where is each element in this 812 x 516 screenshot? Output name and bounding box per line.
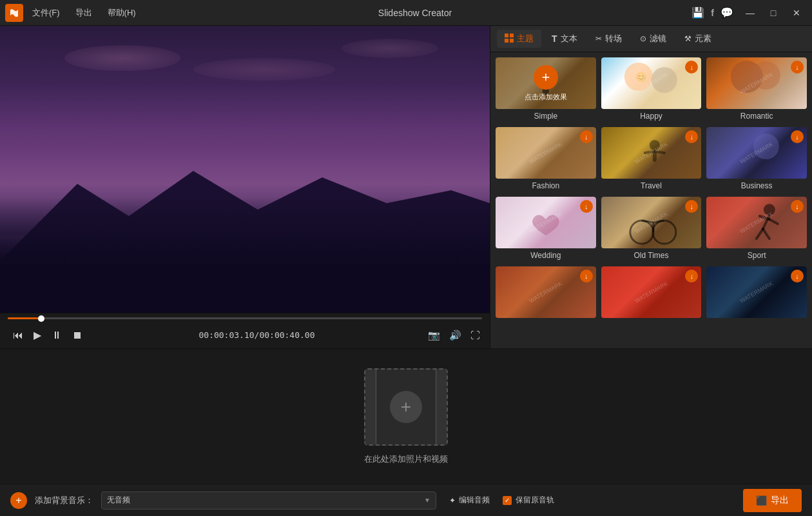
progress-thumb bbox=[38, 315, 44, 322]
theme-thumb-romantic: ↓ WATERMARK bbox=[706, 57, 807, 109]
menu-file[interactable]: 文件(F) bbox=[30, 6, 63, 20]
theme-card-fashion[interactable]: ↓ WATERMARK Fashion bbox=[496, 127, 596, 192]
main-layout: ⏮ ▶ ⏸ ⏹ 00:00:03.10/00:00:40.00 📷 🔊 ⛶ bbox=[0, 26, 812, 348]
theme-icon bbox=[505, 34, 514, 45]
tab-filter[interactable]: ⊙ 滤镜 bbox=[632, 30, 674, 48]
theme-thumb-happy: ↓ 😊 WATERMARK bbox=[601, 57, 702, 109]
app-title: Slideshow Creator bbox=[139, 8, 692, 18]
music-select[interactable]: 无音频 ▼ bbox=[101, 491, 436, 510]
theme-name-old-times: Old Times bbox=[601, 248, 702, 261]
download-badge-row4c: ↓ bbox=[791, 270, 804, 283]
maximize-button[interactable]: □ bbox=[763, 4, 784, 22]
volume-icon[interactable]: 🔊 bbox=[447, 328, 463, 343]
add-effect-overlay: + 点击添加效果 bbox=[496, 57, 596, 109]
svg-marker-2 bbox=[32, 268, 58, 313]
add-media-button[interactable]: + bbox=[364, 368, 448, 446]
statusbar: + 添加背景音乐： 无音频 ▼ ✦ 编辑音频 ✓ 保留原音轨 ⬛ 导出 bbox=[0, 484, 812, 516]
timeline-area: + 在此处添加照片和视频 bbox=[0, 348, 812, 484]
play-button[interactable]: ▶ bbox=[28, 326, 46, 344]
tab-transition[interactable]: ✂ 转场 bbox=[588, 30, 630, 48]
snapshot-icon[interactable]: 📷 bbox=[426, 328, 442, 343]
facebook-icon[interactable]: f bbox=[711, 8, 714, 18]
export-button[interactable]: ⬛ 导出 bbox=[743, 489, 802, 512]
svg-marker-11 bbox=[206, 274, 226, 313]
theme-thumb-sport: ↓ WATERMARK bbox=[706, 197, 807, 248]
svg-rect-16 bbox=[510, 34, 514, 37]
titlebar: 文件(F) 导出 帮助(H) Slideshow Creator 💾 f 💬 —… bbox=[0, 0, 812, 26]
theme-card-business[interactable]: ↓ WATERMARK Business bbox=[706, 127, 807, 192]
music-select-value: 无音频 bbox=[107, 495, 130, 506]
svg-marker-0 bbox=[0, 171, 490, 261]
tab-text[interactable]: T 文本 bbox=[544, 30, 585, 48]
theme-card-row4c[interactable]: ↓ WATERMARK bbox=[706, 266, 807, 322]
theme-thumb-row4c: ↓ WATERMARK bbox=[706, 266, 807, 318]
svg-rect-17 bbox=[505, 39, 508, 43]
theme-thumb-oldtimes: ↓ WATERMARK bbox=[601, 197, 702, 248]
download-badge-business: ↓ bbox=[791, 130, 804, 143]
tab-transition-label: 转场 bbox=[605, 33, 622, 45]
theme-name-fashion: Fashion bbox=[496, 179, 596, 192]
close-button[interactable]: ✕ bbox=[786, 4, 807, 22]
tab-theme[interactable]: 主题 bbox=[497, 30, 541, 48]
right-panel: 主题 T 文本 ✂ 转场 ⊙ 滤镜 ⚒ 元素 bbox=[490, 26, 812, 348]
tab-elements-label: 元素 bbox=[695, 33, 711, 45]
theme-card-row4a[interactable]: ↓ WATERMARK bbox=[496, 266, 596, 322]
add-music-button[interactable]: + bbox=[10, 492, 27, 509]
video-controls: ⏮ ▶ ⏸ ⏹ 00:00:03.10/00:00:40.00 📷 🔊 ⛶ bbox=[0, 313, 490, 348]
rewind-button[interactable]: ⏮ bbox=[8, 327, 28, 344]
controls-row: ⏮ ▶ ⏸ ⏹ 00:00:03.10/00:00:40.00 📷 🔊 ⛶ bbox=[8, 322, 482, 348]
progress-fill bbox=[8, 317, 41, 319]
svg-marker-1 bbox=[19, 261, 45, 313]
fullscreen-icon[interactable]: ⛶ bbox=[469, 328, 482, 342]
theme-card-simple[interactable]: + 点击添加效果 Simple bbox=[496, 57, 596, 122]
theme-name-business: Business bbox=[706, 179, 807, 192]
add-effect-text: 点击添加效果 bbox=[525, 92, 567, 102]
theme-card-old-times[interactable]: ↓ WATERMARK Old Times bbox=[601, 197, 702, 261]
chat-icon[interactable]: 💬 bbox=[720, 6, 733, 19]
theme-card-row4b[interactable]: ↓ WATERMARK bbox=[601, 266, 702, 322]
theme-thumb-row4a: ↓ WATERMARK bbox=[496, 266, 596, 318]
tab-elements[interactable]: ⚒ 元素 bbox=[677, 30, 719, 48]
theme-card-travel[interactable]: ↓ WATERMARK Travel bbox=[601, 127, 702, 192]
elements-icon: ⚒ bbox=[684, 34, 691, 43]
edit-music-button[interactable]: ✦ 编辑音频 bbox=[444, 492, 495, 508]
filter-icon: ⊙ bbox=[640, 34, 646, 43]
theme-name-row4a bbox=[496, 318, 596, 322]
svg-marker-8 bbox=[425, 264, 451, 313]
window-controls: — □ ✕ bbox=[740, 4, 807, 22]
keep-audio-checkbox[interactable]: ✓ bbox=[503, 496, 512, 505]
theme-card-sport[interactable]: ↓ WATERMARK Sport bbox=[706, 197, 807, 261]
theme-name-simple: Simple bbox=[496, 109, 596, 122]
stop-button[interactable]: ⏹ bbox=[67, 327, 88, 344]
ctrl-icons-right: 📷 🔊 ⛶ bbox=[426, 328, 482, 343]
minimize-button[interactable]: — bbox=[740, 4, 760, 22]
theme-thumb-travel: ↓ WATERMARK bbox=[601, 127, 702, 179]
video-area: ⏮ ▶ ⏸ ⏹ 00:00:03.10/00:00:40.00 📷 🔊 ⛶ bbox=[0, 26, 490, 348]
pause-button[interactable]: ⏸ bbox=[46, 327, 67, 344]
download-badge-row4a: ↓ bbox=[580, 270, 593, 283]
svg-point-13 bbox=[174, 284, 226, 297]
svg-marker-4 bbox=[52, 258, 77, 313]
download-badge-fashion: ↓ bbox=[580, 130, 593, 143]
menu-help[interactable]: 帮助(H) bbox=[105, 6, 139, 20]
tab-theme-label: 主题 bbox=[517, 33, 534, 45]
theme-thumb-wedding: ↓ WATERMARK bbox=[496, 197, 596, 248]
theme-card-happy[interactable]: ↓ 😊 WATERMARK Happy bbox=[601, 57, 702, 122]
tab-filter-label: 滤镜 bbox=[650, 33, 666, 45]
theme-name-sport: Sport bbox=[706, 248, 807, 261]
add-music-label: 添加背景音乐： bbox=[35, 495, 93, 506]
theme-thumb-business: ↓ WATERMARK bbox=[706, 127, 807, 179]
tab-text-label: 文本 bbox=[561, 33, 577, 45]
svg-marker-6 bbox=[387, 268, 412, 313]
export-label: 导出 bbox=[771, 495, 789, 506]
svg-rect-15 bbox=[505, 34, 508, 37]
music-select-arrow-icon: ▼ bbox=[424, 497, 430, 504]
menu-export[interactable]: 导出 bbox=[73, 6, 95, 20]
edit-music-label: 编辑音频 bbox=[459, 495, 490, 506]
progress-bar-wrap[interactable] bbox=[8, 313, 482, 322]
theme-name-romantic: Romantic bbox=[706, 109, 807, 122]
save-icon[interactable]: 💾 bbox=[691, 6, 704, 19]
theme-card-wedding[interactable]: ↓ WATERMARK Wedding bbox=[496, 197, 596, 261]
add-media-label: 在此处添加照片和视频 bbox=[364, 453, 448, 465]
theme-card-romantic[interactable]: ↓ WATERMARK Romantic bbox=[706, 57, 807, 122]
